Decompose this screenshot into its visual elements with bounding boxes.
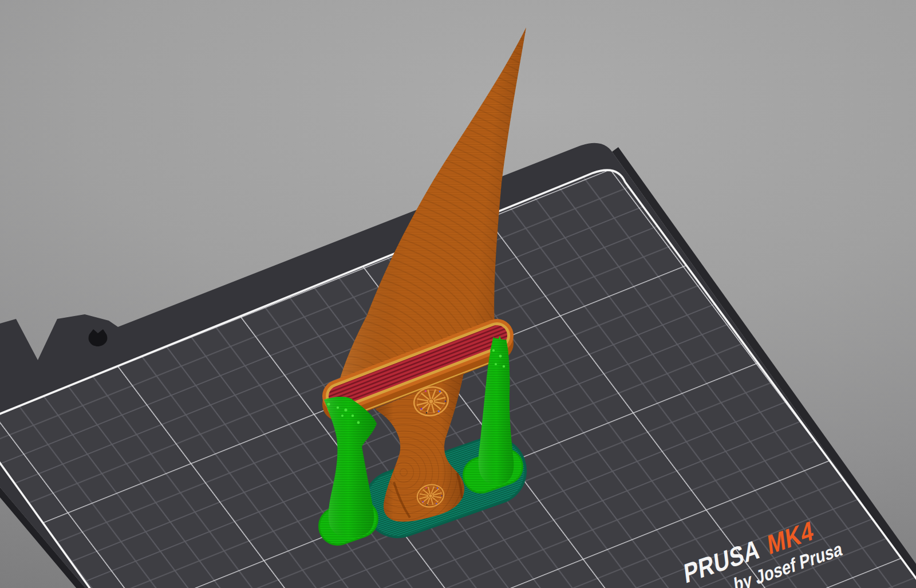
slicer-3d-viewport[interactable]: PRUSA MK4 by Josef Prusa [0,0,916,588]
